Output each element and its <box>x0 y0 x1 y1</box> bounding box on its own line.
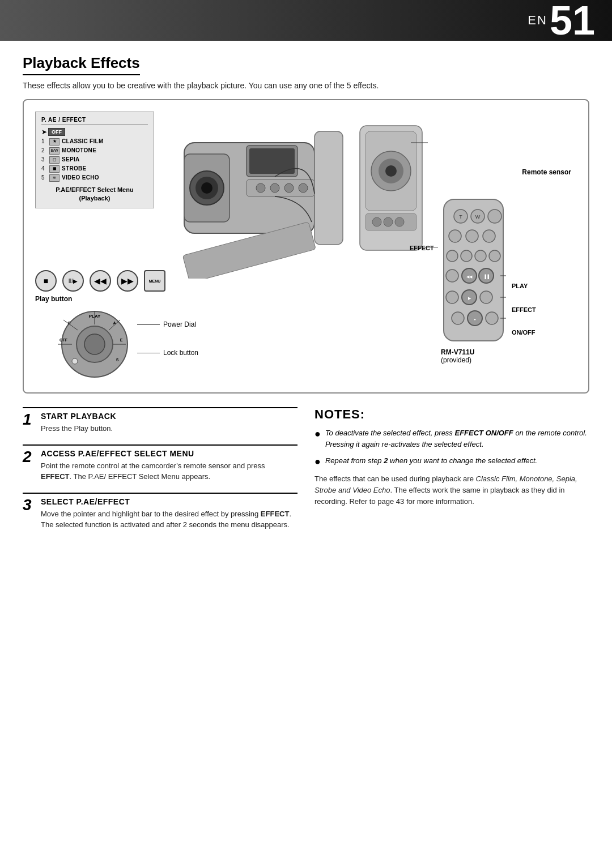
off-label: OFF <box>48 128 65 136</box>
svg-text:T: T <box>459 214 462 220</box>
note-2: ● Repeat from step 2 when you want to ch… <box>314 455 589 467</box>
menu-area: P. AE / EFFECT ➤ OFF 1 ★ CLASSIC FILM 2 … <box>35 112 154 208</box>
svg-text:◀◀: ◀◀ <box>466 275 473 279</box>
menu-item-3: 3 ◻ SEPIA <box>41 155 148 164</box>
svg-point-4 <box>201 182 212 194</box>
svg-point-51 <box>489 250 500 262</box>
play-button-label: Play button <box>35 295 216 303</box>
step-3: 3 SELECT P.AE/EFFECT Move the pointer an… <box>23 493 298 531</box>
dial-annotation: Power Dial Lock button <box>137 320 198 357</box>
rewind-button: ◀◀ <box>90 270 111 292</box>
diagram-box: P. AE / EFFECT ➤ OFF 1 ★ CLASSIC FILM 2 … <box>23 99 589 394</box>
svg-point-11 <box>299 183 308 193</box>
svg-text:W: W <box>475 214 481 220</box>
arrow-icon: ➤ <box>41 128 47 136</box>
steps-left: 1 START PLAYBACK Press the Play button. … <box>23 407 298 541</box>
svg-text:●: ● <box>474 318 476 321</box>
sepia-icon: ◻ <box>49 156 60 164</box>
menu-caption: P.AE/EFFECT Select Menu (Playback) <box>41 186 148 203</box>
play-pause-button: II/▶ <box>62 270 84 292</box>
svg-point-9 <box>270 183 279 193</box>
svg-point-48 <box>447 250 458 262</box>
svg-text:S: S <box>116 358 119 362</box>
svg-point-20 <box>372 217 381 226</box>
note-1: ● To deactivate the selected effect, pre… <box>314 427 589 450</box>
stop-button: ■ <box>35 270 57 292</box>
steps-right: NOTES: ● To deactivate the selected effe… <box>314 407 589 541</box>
remote-control-area: EFFECT T W <box>441 196 577 364</box>
lock-button-label: Lock button <box>163 349 198 357</box>
strobe-icon: ◼ <box>49 165 60 173</box>
fast-forward-button: ▶▶ <box>117 270 138 292</box>
svg-point-60 <box>480 291 492 303</box>
power-dial-area: PLAY A E S C OFF <box>58 307 228 381</box>
menu-item-1: 1 ★ CLASSIC FILM <box>41 137 148 146</box>
svg-point-38 <box>72 358 78 364</box>
remote-svg: T W <box>441 196 506 344</box>
svg-point-64 <box>486 312 498 324</box>
svg-point-61 <box>452 312 464 324</box>
power-dial-svg: PLAY A E S C OFF <box>58 307 131 381</box>
svg-text:E: E <box>120 338 123 342</box>
menu-title: P. AE / EFFECT <box>41 117 148 125</box>
page-title: Playback Effects <box>23 54 140 75</box>
svg-point-57 <box>446 291 458 303</box>
play-label: PLAY <box>512 283 536 289</box>
menu-item-4: 4 ◼ STROBE <box>41 164 148 173</box>
svg-point-50 <box>475 250 486 262</box>
svg-point-10 <box>284 183 294 193</box>
svg-point-37 <box>84 334 105 354</box>
play-buttons-row: ■ II/▶ ◀◀ ▶▶ MENU <box>35 270 216 292</box>
svg-point-22 <box>395 217 404 226</box>
page-content: Playback Effects These effects allow you… <box>0 41 612 563</box>
remote-model: RM-V711U <box>441 348 577 356</box>
page-number: 51 <box>550 0 595 41</box>
power-dial-label: Power Dial <box>163 320 196 328</box>
svg-point-47 <box>483 230 495 242</box>
svg-rect-12 <box>314 131 343 245</box>
effect-label: EFFECT <box>512 306 536 313</box>
camcorder-illustration <box>143 106 441 281</box>
svg-point-49 <box>461 250 472 262</box>
onoff-label: ON/OFF <box>512 329 536 336</box>
menu-button: MENU <box>144 270 165 292</box>
svg-point-18 <box>385 165 397 177</box>
play-buttons-area: ■ II/▶ ◀◀ ▶▶ MENU <box>35 270 216 303</box>
notes-title: NOTES: <box>314 407 589 422</box>
menu-off-row: ➤ OFF <box>41 128 148 136</box>
svg-text:OFF: OFF <box>60 338 68 342</box>
menu-item-5: 5 ≋ VIDEO ECHO <box>41 173 148 182</box>
svg-point-44 <box>488 209 502 223</box>
svg-point-46 <box>466 230 478 242</box>
echo-icon: ≋ <box>49 174 60 182</box>
remote-sensor-label: Remote sensor <box>522 168 571 176</box>
bw-icon: B/W <box>49 147 60 155</box>
en-label: EN <box>528 13 547 28</box>
svg-point-8 <box>256 183 265 193</box>
header-bar: EN 51 <box>0 0 612 41</box>
remote-provided: (provided) <box>441 356 577 364</box>
intro-text: These effects allow you to be creative w… <box>23 81 589 90</box>
svg-point-45 <box>449 230 461 242</box>
film-icon: ★ <box>49 138 60 146</box>
camcorder-svg <box>150 109 434 279</box>
step-2: 2 ACCESS P.AE/EFFECT SELECT MENU Point t… <box>23 444 298 482</box>
svg-point-21 <box>384 217 393 226</box>
svg-point-52 <box>446 270 458 282</box>
note-paragraph: The effects that can be used during play… <box>314 473 589 507</box>
menu-item-2: 2 B/W MONOTONE <box>41 146 148 155</box>
effect-side-label: EFFECT <box>410 245 434 251</box>
steps-section: 1 START PLAYBACK Press the Play button. … <box>23 407 589 541</box>
step-1: 1 START PLAYBACK Press the Play button. <box>23 407 298 434</box>
